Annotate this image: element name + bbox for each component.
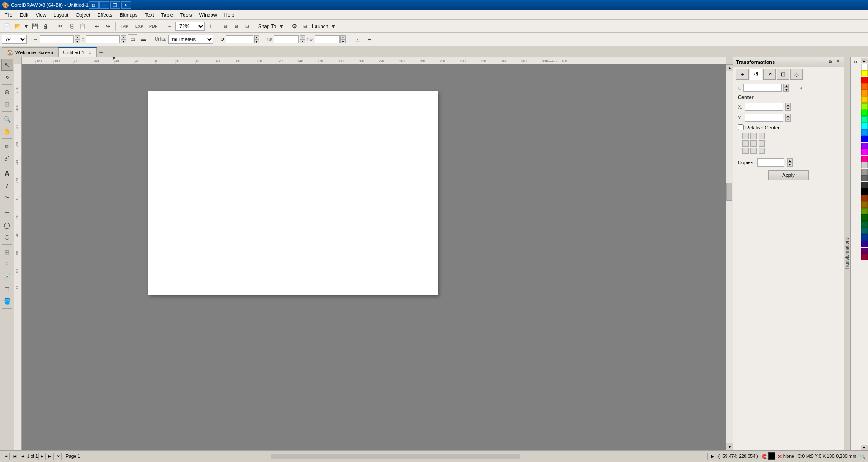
options-btn[interactable]: ⚙	[289, 21, 299, 31]
palette-color-24[interactable]	[861, 221, 868, 228]
palette-color-11[interactable]	[861, 136, 868, 142]
copy-btn[interactable]: ⎘	[66, 21, 76, 31]
x-input[interactable]: 148,5 mm	[745, 103, 783, 111]
undo-btn[interactable]: ↩	[92, 21, 102, 31]
restore-down-btn[interactable]: ⊡	[89, 1, 99, 9]
pos-cell-mc[interactable]	[750, 140, 757, 147]
print-btn[interactable]: 🖨	[41, 21, 51, 31]
calligraphy-tool[interactable]: /	[1, 180, 13, 191]
right-close-btn[interactable]: ✕	[853, 59, 859, 65]
pos-cell-ml[interactable]	[742, 140, 749, 147]
nudge-input[interactable]: 0,1 mm	[226, 35, 253, 43]
save-btn[interactable]: 💾	[30, 21, 40, 31]
rotation-up-btn[interactable]: ▲	[783, 84, 789, 88]
palette-color-13[interactable]	[861, 149, 868, 155]
vscroll-track[interactable]	[726, 71, 733, 443]
view-full-btn[interactable]: ⊡	[221, 21, 231, 31]
pos-cell-bc[interactable]	[750, 148, 757, 154]
menu-bitmaps[interactable]: Bitmaps	[116, 11, 142, 19]
y-down-btn[interactable]: ▼	[785, 118, 791, 122]
apply-btn[interactable]: Apply	[768, 170, 809, 180]
restore-btn[interactable]: ❐	[110, 1, 120, 9]
palette-color-14[interactable]	[861, 156, 868, 162]
menu-window[interactable]: Window	[196, 11, 221, 19]
menu-file[interactable]: File	[1, 11, 16, 19]
crop-tool[interactable]: ⊡	[1, 98, 13, 110]
relative-center-checkbox[interactable]	[738, 124, 744, 130]
step1-input[interactable]: 5,0 mm	[274, 35, 299, 43]
add-page-btn[interactable]: +	[364, 34, 374, 44]
page-height-input[interactable]: 210,0 mm	[86, 35, 120, 43]
vscroll-up-btn[interactable]: ▲	[726, 64, 733, 71]
units-select[interactable]: millimeters inches pixels	[168, 35, 213, 44]
publish-btn[interactable]: PDF	[147, 21, 160, 31]
palette-up-btn[interactable]: ▲	[861, 58, 868, 63]
palette-color-9[interactable]	[861, 123, 868, 129]
y-up-btn[interactable]: ▲	[785, 114, 791, 118]
fill-tool[interactable]: 🪣	[1, 295, 13, 307]
eyedropper-tool[interactable]: 💉	[1, 271, 13, 282]
palette-color-19[interactable]	[861, 188, 868, 195]
ellipse-tool[interactable]: ◯	[1, 219, 13, 231]
copies-input[interactable]: 0	[757, 158, 784, 167]
export-btn[interactable]: EXP	[132, 21, 146, 31]
open-btn[interactable]: 📂	[13, 21, 23, 31]
palette-color-22[interactable]	[861, 208, 868, 214]
menu-object[interactable]: Object	[72, 11, 94, 19]
pattern-tool[interactable]: ⊞	[1, 246, 13, 258]
rotation-down-btn[interactable]: ▼	[783, 88, 789, 92]
paste-btn[interactable]: 📋	[77, 21, 87, 31]
rect-tool[interactable]: ▭	[1, 207, 13, 219]
last-page-btn[interactable]: ▶|	[47, 453, 54, 460]
palette-color-3[interactable]	[861, 83, 868, 90]
palette-color-2[interactable]	[861, 77, 868, 83]
step1-up-btn[interactable]: ▲	[300, 35, 305, 39]
trans-tab-size[interactable]: ⊡	[777, 69, 789, 80]
palette-color-25[interactable]	[861, 228, 868, 234]
palette-color-23[interactable]	[861, 214, 868, 221]
prev-page-btn[interactable]: ◀	[19, 453, 26, 460]
page-options-btn[interactable]: ⊡	[353, 34, 363, 44]
redo-btn[interactable]: ↪	[103, 21, 113, 31]
trans-close-btn[interactable]: ✕	[835, 58, 841, 65]
x-down-btn[interactable]: ▼	[785, 107, 791, 111]
page-width-input[interactable]: 297,0 mm	[40, 35, 74, 43]
nudge-up-btn[interactable]: ▲	[254, 35, 259, 39]
palette-color-27[interactable]	[861, 241, 868, 247]
palette-color-4[interactable]	[861, 90, 868, 96]
welcome-tab[interactable]: 🏠 Welcome Screen	[2, 47, 58, 57]
trans-tab-rotate[interactable]: ↺	[750, 69, 762, 80]
minimize-btn[interactable]: ─	[99, 1, 109, 9]
width-down-btn[interactable]: ▼	[75, 39, 80, 43]
palette-color-10[interactable]	[861, 129, 868, 136]
palette-color-12[interactable]	[861, 143, 868, 149]
menu-text[interactable]: Text	[141, 11, 157, 19]
trans-tab-skew[interactable]: ◇	[790, 69, 803, 80]
cut-btn[interactable]: ✂	[56, 21, 66, 31]
new-btn[interactable]: 📄	[2, 21, 12, 31]
zoom-in-btn[interactable]: +	[206, 21, 216, 31]
palette-color-5[interactable]	[861, 96, 868, 103]
next-page-btn[interactable]: ▶	[38, 453, 46, 460]
new-tab-btn[interactable]: +	[97, 48, 106, 57]
palette-down-btn[interactable]: ▼	[861, 445, 868, 450]
close-btn[interactable]: ✕	[121, 1, 131, 9]
height-down-btn[interactable]: ▼	[121, 39, 126, 43]
first-page-btn[interactable]: |◀	[11, 453, 18, 460]
palette-color-29[interactable]	[861, 254, 868, 260]
delete-page-btn[interactable]: ×	[55, 453, 62, 460]
palette-color-17[interactable]	[861, 175, 868, 181]
pan-tool[interactable]: ✋	[1, 125, 13, 137]
pos-cell-tc[interactable]	[750, 133, 757, 139]
menu-help[interactable]: Help	[221, 11, 238, 19]
trans-side-tab[interactable]: Transformations	[844, 57, 851, 450]
zoom-dropdown[interactable]: 72% 50% 100% 200%	[175, 22, 205, 31]
step2-input[interactable]: 5,0 mm	[315, 35, 340, 43]
palette-color-8[interactable]	[861, 116, 868, 123]
menu-edit[interactable]: Edit	[16, 11, 32, 19]
step1-down-btn[interactable]: ▼	[300, 39, 305, 43]
node-tool[interactable]: ⋄	[1, 71, 13, 83]
trans-tab-scale[interactable]: ↗	[763, 69, 776, 80]
palette-color-6[interactable]	[861, 103, 868, 110]
copies-up-btn[interactable]: ▲	[787, 158, 793, 162]
